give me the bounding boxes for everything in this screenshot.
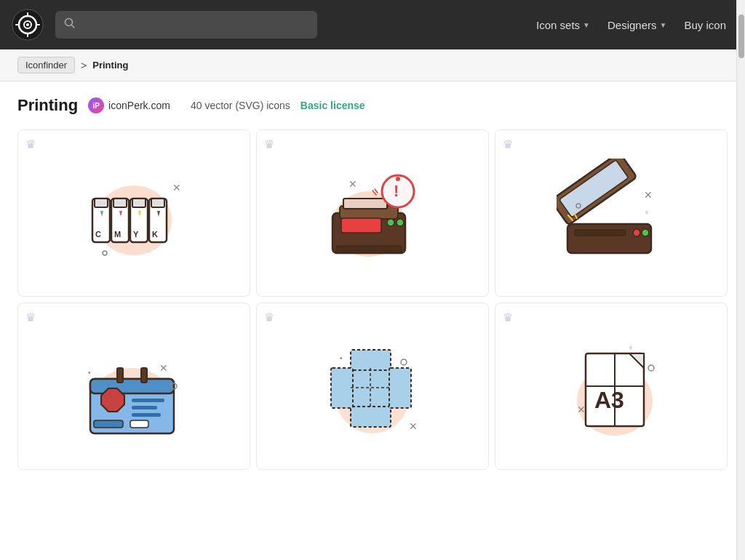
scroll-thumb[interactable] xyxy=(738,15,744,58)
svg-point-40 xyxy=(396,177,400,181)
breadcrumb: Iconfinder > Printing xyxy=(0,49,745,81)
designer-badge[interactable]: iP iconPerk.com xyxy=(88,97,170,113)
svg-text:✕: ✕ xyxy=(172,182,181,193)
app-logo[interactable] xyxy=(12,9,44,41)
icon-illustration-box: • ✕ xyxy=(314,328,431,444)
icon-card-a3-paper[interactable]: ♛ A3 ✕ ° xyxy=(495,303,728,470)
svg-rect-44 xyxy=(567,224,651,253)
chevron-down-icon: ▼ xyxy=(583,21,590,29)
icon-card-printer-error[interactable]: ♛ xyxy=(256,129,489,297)
icon-illustration-cmyk: C M Y K ✕ xyxy=(76,155,192,271)
icon-card-scanner[interactable]: ♛ ✕ xyxy=(495,129,728,297)
main-content: Printing iP iconPerk.com 40 vector (SVG)… xyxy=(0,81,745,484)
svg-rect-72 xyxy=(351,407,391,427)
icon-illustration-a3: A3 ✕ ° xyxy=(553,328,669,444)
icon-set-header: Printing iP iconPerk.com 40 vector (SVG)… xyxy=(17,96,728,115)
nav-icon-sets[interactable]: Icon sets ▼ xyxy=(529,15,597,36)
icon-card-box-dieline[interactable]: ♛ xyxy=(256,303,489,470)
svg-point-35 xyxy=(397,219,404,226)
scrollbar[interactable] xyxy=(736,0,745,560)
premium-crown-icon: ♛ xyxy=(503,137,513,151)
svg-rect-49 xyxy=(575,230,626,236)
svg-point-78 xyxy=(401,359,407,365)
svg-text:•: • xyxy=(88,369,91,377)
svg-text:✕: ✕ xyxy=(577,404,586,415)
svg-rect-59 xyxy=(141,368,147,383)
svg-rect-57 xyxy=(90,379,174,393)
premium-crown-icon: ♛ xyxy=(503,311,513,324)
svg-point-3 xyxy=(26,23,29,26)
nav-designers-label: Designers xyxy=(607,19,657,31)
svg-text:✕: ✕ xyxy=(644,189,653,201)
svg-text:°: ° xyxy=(629,345,632,353)
svg-text:K: K xyxy=(152,230,158,239)
svg-rect-20 xyxy=(132,199,146,207)
svg-rect-65 xyxy=(130,420,148,428)
premium-crown-icon: ♛ xyxy=(264,137,274,151)
premium-crown-icon: ♛ xyxy=(264,311,274,324)
svg-rect-58 xyxy=(117,368,123,383)
designer-avatar: iP xyxy=(88,97,104,113)
breadcrumb-home[interactable]: Iconfinder xyxy=(17,57,75,73)
icon-illustration-scanner: ✕ ° xyxy=(553,155,669,271)
icon-count: 40 vector (SVG) icons xyxy=(191,100,290,111)
svg-point-28 xyxy=(103,251,107,255)
svg-text:C: C xyxy=(95,230,101,239)
svg-rect-74 xyxy=(389,368,411,408)
svg-point-86 xyxy=(648,365,654,371)
premium-crown-icon: ♛ xyxy=(25,137,36,151)
svg-rect-62 xyxy=(132,406,157,409)
search-icon xyxy=(64,17,76,32)
svg-rect-16 xyxy=(113,199,127,207)
icon-card-badge[interactable]: ♛ xyxy=(17,303,250,470)
svg-text:°: ° xyxy=(645,210,648,218)
svg-text:✕: ✕ xyxy=(159,362,168,374)
svg-rect-73 xyxy=(331,368,353,408)
svg-line-9 xyxy=(72,25,75,28)
icon-card-cmyk[interactable]: ♛ C M xyxy=(17,129,250,297)
svg-rect-63 xyxy=(132,413,161,417)
svg-rect-61 xyxy=(132,399,164,402)
svg-point-51 xyxy=(642,229,649,236)
svg-text:Y: Y xyxy=(133,230,139,239)
svg-rect-24 xyxy=(151,199,164,207)
svg-rect-33 xyxy=(341,218,381,233)
app-header: iconset:printing-17 Icon sets ▼ Designer… xyxy=(0,0,745,49)
icon-illustration-printer: ! ✕ xyxy=(314,155,431,271)
svg-point-50 xyxy=(633,229,640,236)
svg-text:!: ! xyxy=(394,182,399,200)
nav-designers[interactable]: Designers ▼ xyxy=(600,15,674,36)
license-badge[interactable]: Basic license xyxy=(300,100,365,111)
svg-rect-32 xyxy=(343,199,387,209)
svg-text:✕: ✕ xyxy=(409,420,418,432)
svg-rect-64 xyxy=(94,420,123,428)
chevron-down-icon: ▼ xyxy=(660,21,667,29)
designer-name: iconPerk.com xyxy=(108,100,170,111)
icon-illustration-badge: ✕ • xyxy=(76,328,192,444)
search-bar[interactable]: iconset:printing-17 xyxy=(55,11,317,39)
nav-buy-icon[interactable]: Buy icon xyxy=(677,15,733,36)
icon-grid: ♛ C M xyxy=(17,129,728,470)
svg-text:A3: A3 xyxy=(594,387,624,413)
nav-buy-icon-label: Buy icon xyxy=(684,19,726,31)
main-nav: Icon sets ▼ Designers ▼ Buy icon xyxy=(529,15,733,36)
nav-icon-sets-label: Icon sets xyxy=(536,19,580,31)
svg-marker-60 xyxy=(101,388,124,412)
search-input[interactable]: iconset:printing-17 xyxy=(81,19,308,31)
svg-rect-71 xyxy=(351,350,391,370)
svg-rect-12 xyxy=(95,199,108,207)
breadcrumb-current-page: Printing xyxy=(92,60,128,71)
icon-set-title: Printing xyxy=(17,96,78,115)
svg-text:M: M xyxy=(114,230,121,239)
premium-crown-icon: ♛ xyxy=(25,311,36,324)
svg-text:✕: ✕ xyxy=(348,178,357,190)
breadcrumb-separator: > xyxy=(81,60,87,71)
svg-text:•: • xyxy=(340,354,343,362)
svg-rect-36 xyxy=(336,246,402,253)
svg-point-34 xyxy=(387,219,394,226)
